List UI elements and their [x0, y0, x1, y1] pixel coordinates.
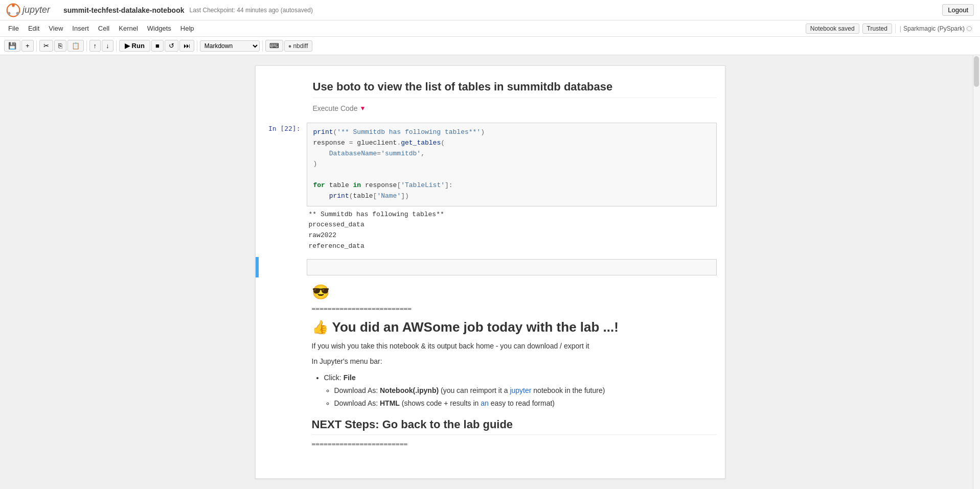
menu-widgets[interactable]: Widgets — [143, 23, 175, 34]
menu-edit[interactable]: Edit — [24, 23, 43, 34]
jupyter-icon — [6, 3, 20, 17]
add-cell-button[interactable]: + — [21, 40, 34, 52]
download-html-item: Download As: HTML (shows code + results … — [334, 397, 717, 410]
menu-view[interactable]: View — [44, 23, 67, 34]
code-cell-22: In [22]: print('** Summitdb has followin… — [256, 121, 725, 257]
cell-number: In [22]: — [259, 121, 305, 257]
title-cell-body: Use boto to view the list of tables in s… — [305, 76, 725, 121]
top-bar: jupyter summit-techfest-datalake-noteboo… — [0, 0, 980, 20]
cool-emoji: 😎 — [312, 284, 330, 300]
menu-cell[interactable]: Cell — [94, 23, 113, 34]
svg-point-2 — [8, 12, 11, 15]
sub-list: Download As: Notebook(.ipynb) (you can r… — [334, 384, 717, 410]
separator-pipe: | — [900, 25, 901, 32]
menu-file[interactable]: File — [4, 23, 23, 34]
scrollbar-area — [973, 55, 980, 489]
code-output: ** Summitdb has following tables** proce… — [307, 206, 717, 255]
svg-point-1 — [12, 4, 15, 7]
notebook-bold: Notebook(.ipynb) — [380, 386, 439, 394]
thumbs-up-emoji: 👍 — [312, 319, 328, 335]
file-bold: File — [344, 374, 356, 382]
nbdiff-button[interactable]: ● nbdiff — [284, 40, 312, 52]
empty-cell-left — [259, 257, 305, 277]
menu-insert[interactable]: Insert — [68, 23, 93, 34]
kernel-name: Sparkmagic (PySpark) — [903, 25, 965, 32]
menu-bar-text: In Jupyter's menu bar: — [312, 356, 717, 367]
next-steps-heading: NEXT Steps: Go back to the lab guide — [312, 418, 717, 435]
execute-arrow: ▼ — [359, 105, 366, 112]
code-input[interactable]: print('** Summitdb has following tables*… — [307, 123, 717, 206]
jupyter-link: jupyter — [510, 386, 531, 394]
awesome-heading: 👍 You did an AWSome job today with the l… — [312, 319, 717, 335]
kernel-info: | Sparkmagic (PySpark) — [895, 24, 976, 33]
logout-button[interactable]: Logout — [942, 4, 974, 16]
move-up-button[interactable]: ↑ — [89, 40, 101, 52]
jupyter-logo: jupyter — [6, 3, 58, 17]
an-link: an — [481, 399, 489, 407]
run-label: Run — [132, 42, 145, 50]
move-down-button[interactable]: ↓ — [102, 40, 113, 52]
nbdiff-circle: ● — [288, 43, 292, 49]
toolbar-separator-4 — [197, 40, 197, 52]
section-title: Use boto to view the list of tables in s… — [313, 80, 717, 98]
cell-left-title — [259, 76, 305, 121]
toolbar: 💾 + ✂ ⎘ 📋 ↑ ↓ ▶ Run ■ ↺ ⏭ Markdown Code … — [0, 37, 980, 55]
execute-code-label: Execute Code ▼ — [313, 104, 717, 112]
html-bold: HTML — [380, 399, 400, 407]
empty-cell — [256, 257, 725, 277]
menu-help[interactable]: Help — [176, 23, 198, 34]
title-cell: Use boto to view the list of tables in s… — [256, 76, 725, 121]
empty-cell-body[interactable] — [305, 257, 725, 277]
download-list: Click: File Download As: Notebook(.ipynb… — [324, 371, 717, 410]
stop-button[interactable]: ■ — [151, 40, 164, 52]
code-cell-body: print('** Summitdb has following tables*… — [305, 121, 725, 257]
scrollbar-thumb[interactable] — [974, 56, 979, 87]
separator-2: ======================== — [312, 440, 717, 448]
list-item-click: Click: File Download As: Notebook(.ipynb… — [324, 371, 717, 410]
cell-type-select[interactable]: Markdown Code Raw NBConvert — [200, 40, 260, 52]
paste-cell-button[interactable]: 📋 — [67, 40, 84, 52]
run-icon: ▶ — [125, 42, 130, 50]
kernel-status-circle — [967, 26, 972, 31]
notebook-saved-badge: Notebook saved — [806, 24, 859, 34]
cut-cell-button[interactable]: ✂ — [39, 40, 53, 52]
restart-button[interactable]: ↺ — [165, 40, 178, 52]
main-content: Use boto to view the list of tables in s… — [0, 55, 980, 489]
toolbar-separator-1 — [36, 40, 37, 52]
jupyter-wordmark: jupyter — [22, 5, 50, 15]
empty-cell-input[interactable] — [307, 259, 717, 275]
toolbar-separator-3 — [116, 40, 117, 52]
awesome-text: You did an AWSome job today with the lab… — [332, 319, 619, 335]
toolbar-separator-2 — [86, 40, 87, 52]
copy-cell-button[interactable]: ⎘ — [54, 40, 66, 52]
nbdiff-label: nbdiff — [293, 42, 308, 50]
body-text-1: If you wish you take this notebook & its… — [312, 340, 717, 352]
checkpoint-info: Last Checkpoint: 44 minutes ago (autosav… — [190, 7, 313, 14]
separator-1: ========================= — [312, 305, 717, 312]
save-button[interactable]: 💾 — [4, 40, 20, 52]
menu-kernel[interactable]: Kernel — [115, 23, 142, 34]
fast-forward-button[interactable]: ⏭ — [179, 40, 194, 52]
bottom-markdown: 😎 ========================= 👍 You did an… — [256, 277, 725, 458]
notebook-container: Use boto to view the list of tables in s… — [255, 65, 725, 479]
run-button[interactable]: ▶ Run — [119, 40, 150, 52]
download-notebook-item: Download As: Notebook(.ipynb) (you can r… — [334, 384, 717, 397]
svg-point-3 — [16, 12, 19, 15]
notebook-title[interactable]: summit-techfest-datalake-notebook — [63, 6, 184, 14]
keyboard-button[interactable]: ⌨ — [265, 40, 283, 52]
trusted-badge: Trusted — [862, 24, 892, 34]
menu-bar: File Edit View Insert Cell Kernel Widget… — [0, 20, 980, 37]
toolbar-separator-5 — [262, 40, 263, 52]
